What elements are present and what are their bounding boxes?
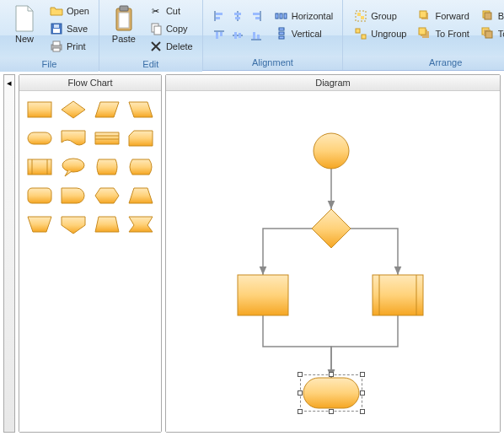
delete-button[interactable]: Delete [145, 38, 197, 55]
align-top-icon [212, 29, 226, 42]
ribbon: New Open Save Print File Paste ✂Cut Copy… [0, 0, 504, 71]
selection-handle[interactable] [360, 409, 365, 414]
selection-handle[interactable] [298, 372, 303, 377]
diagram-node-diamond[interactable] [312, 209, 351, 248]
ungroup-icon [354, 27, 367, 40]
selection-handle[interactable] [298, 409, 303, 414]
align-left-button[interactable] [210, 8, 228, 24]
ungroup-button[interactable]: Ungroup [350, 25, 410, 42]
workspace: ◂ Flow Chart Diagram [0, 71, 504, 436]
selection-handle[interactable] [329, 372, 334, 377]
copy-icon [149, 22, 163, 35]
palette-shape-pentagon-down[interactable] [58, 213, 88, 236]
open-button[interactable]: Open [46, 3, 94, 19]
connector[interactable] [263, 315, 331, 378]
chevron-left-icon: ◂ [7, 78, 12, 89]
group-edit: Paste ✂Cut Copy Delete Edit [99, 0, 203, 70]
align-bottom-button[interactable] [247, 27, 265, 44]
scissors-icon: ✂ [149, 4, 163, 18]
new-button[interactable]: New [5, 3, 44, 46]
group-label-alignment: Alignment [203, 56, 343, 70]
copy-button[interactable]: Copy [145, 20, 197, 37]
palette-title: Flow Chart [19, 75, 161, 91]
palette-shape-card[interactable] [126, 126, 156, 150]
palette-shape-chevron-down[interactable] [126, 213, 156, 236]
palette-shape-display[interactable] [126, 155, 156, 179]
group-icon [354, 9, 367, 23]
svg-rect-12 [216, 13, 223, 15]
palette-shape-parallelogram-l[interactable] [92, 98, 122, 121]
align-right-button[interactable] [247, 8, 265, 24]
svg-rect-50 [28, 102, 51, 117]
svg-rect-37 [361, 16, 364, 19]
svg-rect-22 [220, 32, 223, 36]
save-button[interactable]: Save [46, 20, 94, 37]
palette-shape-storage[interactable] [92, 155, 122, 179]
palette-shape-callout[interactable] [58, 155, 88, 179]
svg-rect-59 [373, 275, 423, 315]
align-center-button[interactable] [228, 8, 247, 24]
connector[interactable] [331, 315, 398, 378]
paste-button[interactable]: Paste [105, 3, 143, 46]
send-back-icon [481, 27, 495, 40]
diagram-node-circle[interactable] [314, 133, 349, 169]
selection-handle[interactable] [298, 390, 303, 396]
distribute-h-icon [275, 9, 288, 23]
palette-shape-trap-inv[interactable] [92, 213, 122, 236]
dist-horizontal-button[interactable]: Horizontal [271, 8, 338, 24]
svg-rect-2 [54, 24, 59, 28]
distribute-v-icon [275, 27, 288, 40]
selection-handle[interactable] [360, 390, 365, 396]
svg-point-57 [314, 133, 349, 169]
align-top-button[interactable] [210, 27, 228, 44]
diagram-node-rect[interactable] [238, 275, 288, 315]
svg-rect-39 [362, 35, 366, 39]
palette-collapse-button[interactable]: ◂ [3, 74, 15, 433]
group-label-file: File [0, 57, 99, 72]
svg-rect-28 [257, 35, 260, 39]
align-center-icon [231, 9, 244, 23]
palette-panel: Flow Chart [19, 74, 162, 433]
palette-shape-terminator[interactable] [24, 126, 55, 150]
dist-vertical-button[interactable]: Vertical [271, 25, 338, 42]
selection-handle[interactable] [329, 409, 334, 414]
connector[interactable] [263, 229, 312, 275]
connector[interactable] [351, 229, 398, 275]
svg-rect-18 [253, 13, 260, 15]
svg-rect-52 [28, 159, 51, 175]
to-front-button[interactable]: To Front [414, 25, 473, 42]
align-middle-icon [231, 29, 244, 42]
svg-rect-1 [53, 29, 60, 33]
diagram-canvas[interactable] [166, 91, 500, 432]
palette-shape-parallelogram-r[interactable] [126, 98, 156, 121]
palette-shape-multidoc[interactable] [92, 126, 122, 150]
palette-shape-trap-down[interactable] [24, 213, 55, 236]
palette-shape-trap-up[interactable] [126, 184, 156, 207]
to-back-button[interactable]: To Back [477, 25, 504, 42]
svg-rect-34 [279, 36, 284, 39]
forward-button[interactable]: Forward [414, 8, 473, 24]
align-middle-button[interactable] [228, 27, 247, 44]
svg-rect-8 [119, 13, 129, 28]
group-alignment: Horizontal Vertical Alignment [203, 0, 344, 70]
selection-handle[interactable] [360, 372, 365, 377]
backward-button[interactable]: Backward [477, 8, 504, 24]
palette-shape-half-round[interactable] [58, 184, 88, 207]
send-backward-icon [481, 9, 495, 23]
page-icon [11, 5, 38, 32]
palette-shape-predefined[interactable] [24, 155, 55, 179]
group-button[interactable]: Group [350, 8, 410, 24]
bring-forward-icon [418, 9, 432, 23]
palette-shape-rounded[interactable] [24, 184, 55, 207]
print-button[interactable]: Print [46, 38, 94, 55]
palette-shape-rectangle[interactable] [24, 98, 55, 121]
palette-shape-hexagon[interactable] [92, 184, 122, 207]
palette-shape-document[interactable] [58, 126, 88, 150]
diagram-node-predefined[interactable] [373, 275, 423, 315]
svg-rect-36 [357, 13, 361, 16]
cut-button[interactable]: ✂Cut [145, 3, 197, 19]
disk-icon [50, 22, 63, 35]
palette-shape-diamond[interactable] [58, 98, 88, 121]
group-file: New Open Save Print File [0, 0, 99, 70]
clipboard-icon [110, 5, 137, 32]
